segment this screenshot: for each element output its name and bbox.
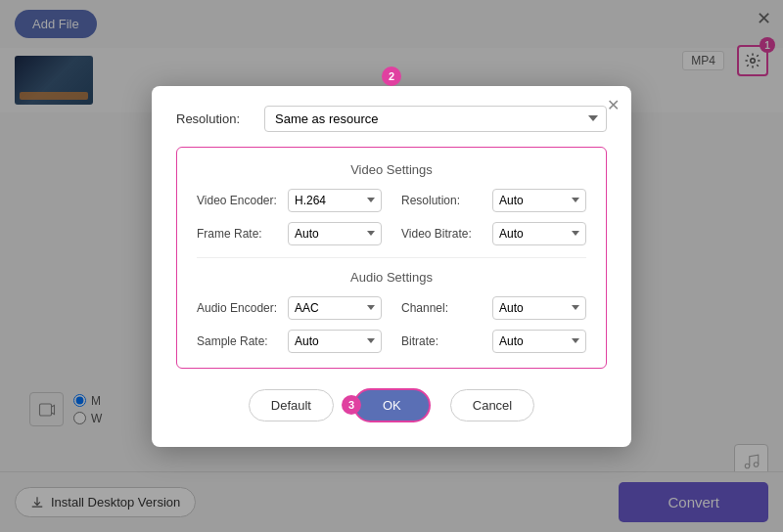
sample-rate-label: Sample Rate: xyxy=(197,334,280,348)
modal-buttons: Default 3 OK Cancel xyxy=(176,388,607,422)
video-settings-title: Video Settings xyxy=(197,162,586,177)
audio-settings-grid: Audio Encoder: AAC Channel: Auto xyxy=(197,296,586,353)
channel-label: Channel: xyxy=(401,301,484,315)
badge-2: 2 xyxy=(382,66,401,86)
settings-box: Video Settings Video Encoder: H.264 Reso… xyxy=(176,147,607,369)
sample-rate-row: Sample Rate: Auto xyxy=(197,330,382,353)
resolution-right-row: Resolution: Auto xyxy=(401,189,586,212)
frame-rate-row: Frame Rate: Auto xyxy=(197,222,382,245)
video-bitrate-row: Video Bitrate: Auto xyxy=(401,222,586,245)
resolution-right-label: Resolution: xyxy=(401,194,484,207)
audio-encoder-label: Audio Encoder: xyxy=(197,301,280,315)
video-settings-grid: Video Encoder: H.264 Resolution: Auto xyxy=(197,189,586,245)
video-bitrate-label: Video Bitrate: xyxy=(401,227,484,241)
settings-modal: 2 ✕ Resolution: Same as resource Video S… xyxy=(152,86,631,447)
bitrate-row: Bitrate: Auto xyxy=(401,330,586,353)
resolution-select[interactable]: Same as resource xyxy=(264,106,607,132)
frame-rate-select[interactable]: Auto xyxy=(288,222,382,245)
video-bitrate-select[interactable]: Auto xyxy=(492,222,586,245)
badge-3: 3 xyxy=(342,395,361,415)
audio-encoder-row: Audio Encoder: AAC xyxy=(197,296,382,320)
video-encoder-select[interactable]: H.264 xyxy=(288,189,382,212)
default-button[interactable]: Default xyxy=(249,389,334,421)
video-encoder-label: Video Encoder: xyxy=(197,194,280,207)
audio-encoder-select[interactable]: AAC xyxy=(288,296,382,320)
sample-rate-select[interactable]: Auto xyxy=(288,330,382,353)
video-encoder-row: Video Encoder: H.264 xyxy=(197,189,382,212)
channel-row: Channel: Auto xyxy=(401,296,586,320)
bitrate-label: Bitrate: xyxy=(401,334,484,348)
app-background: Add File ✕ 1 MP4 M W xyxy=(0,0,783,532)
ok-button[interactable]: OK xyxy=(353,388,431,422)
bitrate-select[interactable]: Auto xyxy=(492,330,586,353)
audio-settings-title: Audio Settings xyxy=(197,270,586,285)
cancel-button[interactable]: Cancel xyxy=(450,389,534,421)
resolution-row: Resolution: Same as resource xyxy=(176,106,607,132)
settings-divider xyxy=(197,257,586,258)
ok-wrapper: 3 OK xyxy=(353,388,431,422)
channel-select[interactable]: Auto xyxy=(492,296,586,320)
resolution-label: Resolution: xyxy=(176,111,254,126)
modal-close-button[interactable]: ✕ xyxy=(607,96,620,114)
resolution-right-select[interactable]: Auto xyxy=(492,189,586,212)
frame-rate-label: Frame Rate: xyxy=(197,227,280,241)
modal-overlay: 2 ✕ Resolution: Same as resource Video S… xyxy=(0,0,783,532)
